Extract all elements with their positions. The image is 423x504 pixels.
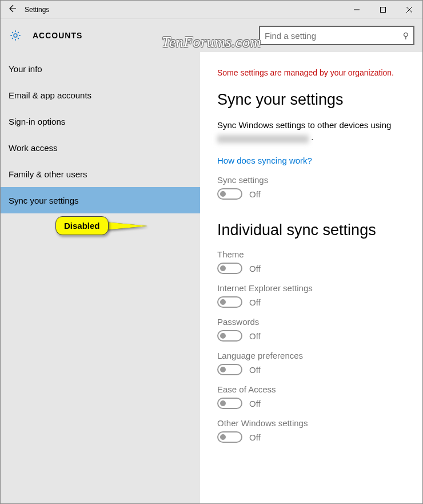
- toggle-theme: Theme Off: [217, 249, 405, 274]
- toggle-switch[interactable]: [217, 330, 242, 342]
- toggle-label: Sync settings: [217, 175, 405, 185]
- sync-settings-heading: Sync your settings: [217, 91, 405, 109]
- toggle-ie-settings: Internet Explorer settings Off: [217, 283, 405, 308]
- sidebar-item-work-access[interactable]: Work access: [1, 134, 200, 161]
- disabled-callout: Disabled: [55, 216, 147, 235]
- search-box[interactable]: ⚲: [259, 26, 414, 45]
- search-input[interactable]: [265, 31, 403, 41]
- svg-rect-1: [381, 7, 386, 12]
- toggle-ease-of-access: Ease of Access Off: [217, 384, 405, 409]
- toggle-switch[interactable]: [217, 431, 242, 443]
- toggle-state: Off: [249, 189, 261, 199]
- minimize-icon: [354, 7, 360, 13]
- sidebar-item-label: Your info: [9, 64, 42, 74]
- toggle-switch[interactable]: [217, 188, 242, 200]
- search-icon: ⚲: [403, 31, 409, 40]
- callout-tail: [105, 222, 147, 230]
- individual-sync-heading: Individual sync settings: [217, 221, 405, 239]
- sidebar: Your info Email & app accounts Sign-in o…: [1, 52, 200, 503]
- toggle-switch[interactable]: [217, 364, 242, 375]
- sidebar-item-label: Family & other users: [9, 169, 87, 179]
- close-icon: [406, 7, 412, 13]
- sidebar-item-label: Sign-in options: [9, 117, 65, 126]
- content-pane: Some settings are managed by your organi…: [200, 52, 422, 503]
- header: ACCOUNTS ⚲: [1, 19, 422, 52]
- toggle-label: Language preferences: [217, 351, 405, 360]
- managed-by-org-notice: Some settings are managed by your organi…: [217, 68, 405, 77]
- toggle-other-windows-settings: Other Windows settings Off: [217, 418, 405, 443]
- section-breadcrumb[interactable]: ACCOUNTS: [33, 31, 82, 40]
- maximize-icon: [380, 7, 386, 13]
- sidebar-item-family-other-users[interactable]: Family & other users: [1, 161, 200, 187]
- toggle-label: Ease of Access: [217, 384, 405, 394]
- sidebar-item-sync-your-settings[interactable]: Sync your settings: [1, 187, 200, 213]
- minimize-button[interactable]: [344, 1, 370, 19]
- toggle-switch[interactable]: [217, 398, 242, 409]
- svg-point-4: [14, 34, 17, 37]
- toggle-label: Passwords: [217, 317, 405, 327]
- window-title: Settings: [23, 6, 344, 14]
- close-button[interactable]: [396, 1, 422, 19]
- toggle-passwords: Passwords Off: [217, 317, 405, 342]
- toggle-state: Off: [249, 399, 261, 408]
- sidebar-item-sign-in-options[interactable]: Sign-in options: [1, 108, 200, 134]
- toggle-state: Off: [249, 331, 261, 341]
- sidebar-item-label: Email & app accounts: [9, 90, 91, 100]
- maximize-button[interactable]: [370, 1, 396, 19]
- toggle-state: Off: [249, 432, 261, 442]
- toggle-sync-settings: Sync settings Off: [217, 175, 405, 200]
- sidebar-item-label: Work access: [9, 143, 58, 153]
- back-button[interactable]: [1, 4, 23, 15]
- how-does-syncing-work-link[interactable]: How does syncing work?: [217, 156, 312, 165]
- window-controls: [344, 1, 422, 19]
- sidebar-item-email-app-accounts[interactable]: Email & app accounts: [1, 82, 200, 108]
- toggle-language-preferences: Language preferences Off: [217, 351, 405, 375]
- toggle-state: Off: [249, 297, 261, 307]
- sidebar-item-your-info[interactable]: Your info: [1, 55, 200, 82]
- toggle-label: Internet Explorer settings: [217, 283, 405, 293]
- callout-bubble: Disabled: [55, 216, 109, 235]
- toggle-label: Theme: [217, 249, 405, 259]
- sync-description: Sync Windows settings to other devices u…: [217, 119, 405, 143]
- toggle-switch[interactable]: [217, 263, 242, 274]
- arrow-left-icon: [7, 4, 17, 13]
- gear-icon: [9, 29, 22, 42]
- redacted-account: [217, 135, 309, 143]
- toggle-state: Off: [249, 264, 261, 273]
- sidebar-item-label: Sync your settings: [9, 196, 79, 205]
- toggle-switch[interactable]: [217, 296, 242, 308]
- toggle-state: Off: [249, 365, 261, 375]
- toggle-label: Other Windows settings: [217, 418, 405, 428]
- titlebar: Settings: [1, 1, 422, 19]
